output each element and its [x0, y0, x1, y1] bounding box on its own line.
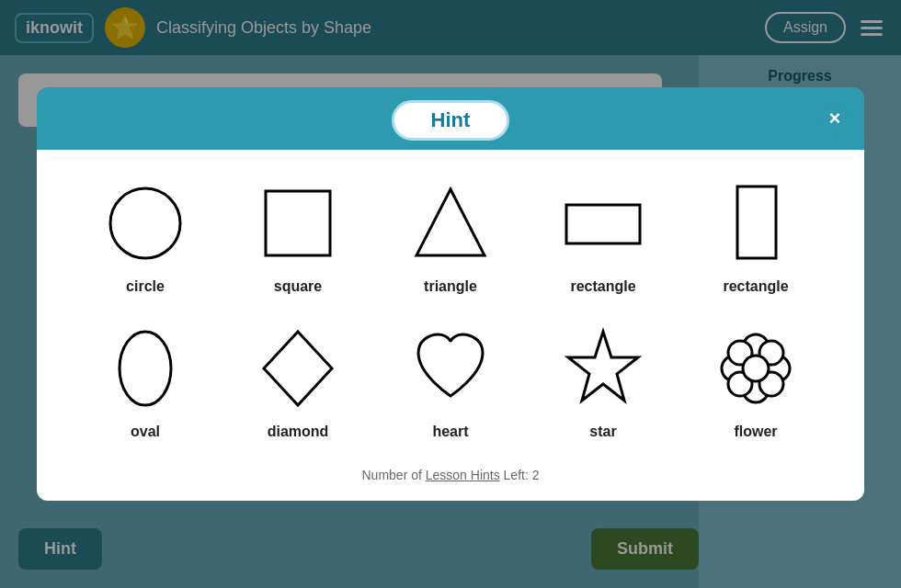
diamond-canvas — [252, 322, 344, 414]
svg-rect-6 — [737, 187, 776, 258]
circle-canvas — [99, 177, 191, 269]
rectangle-tall-label: rectangle — [723, 278, 788, 295]
svg-marker-9 — [568, 332, 638, 401]
shape-item-oval: oval — [99, 322, 191, 440]
circle-label: circle — [126, 278, 165, 295]
svg-point-2 — [110, 188, 180, 258]
shape-item-triangle: triangle — [405, 177, 496, 295]
shape-item-square: square — [252, 177, 344, 295]
shapes-row-2: oval diamond — [74, 322, 827, 440]
shapes-row-1: circle square — [74, 177, 827, 295]
star-canvas — [557, 322, 649, 414]
modal-header: Hint × — [37, 87, 864, 150]
shape-item-star: star — [557, 322, 649, 440]
shape-item-heart: heart — [405, 322, 496, 440]
triangle-label: triangle — [424, 278, 477, 295]
modal-overlay: Hint × circle — [0, 0, 901, 588]
diamond-label: diamond — [268, 424, 329, 440]
shape-item-flower: flower — [710, 322, 802, 440]
triangle-canvas — [405, 177, 496, 269]
heart-label: heart — [432, 424, 468, 440]
shape-item-diamond: diamond — [252, 322, 344, 440]
square-label: square — [274, 278, 322, 295]
flower-label: flower — [734, 424, 777, 440]
flower-canvas — [710, 322, 802, 414]
svg-rect-5 — [566, 205, 640, 243]
oval-canvas — [99, 322, 191, 414]
oval-label: oval — [131, 424, 160, 440]
square-canvas — [252, 177, 344, 269]
hint-count: Number of Lesson Hints Left: 2 — [74, 468, 827, 482]
modal-body: circle square — [37, 150, 864, 501]
svg-rect-3 — [266, 191, 330, 255]
modal-close-button[interactable]: × — [820, 104, 850, 133]
rectangle-wide-canvas — [557, 177, 649, 269]
rectangle-tall-canvas — [710, 177, 802, 269]
star-label: star — [589, 424, 616, 440]
shape-item-rectangle-tall: rectangle — [710, 177, 802, 295]
rectangle-wide-label: rectangle — [570, 278, 635, 295]
svg-marker-4 — [416, 189, 485, 255]
shape-item-circle: circle — [99, 177, 191, 295]
svg-point-18 — [743, 356, 769, 381]
shape-item-rectangle-wide: rectangle — [557, 177, 649, 295]
svg-marker-8 — [264, 332, 332, 405]
hint-modal: Hint × circle — [37, 87, 864, 501]
svg-point-7 — [120, 332, 171, 405]
modal-title: Hint — [392, 100, 510, 141]
heart-canvas — [405, 322, 496, 414]
